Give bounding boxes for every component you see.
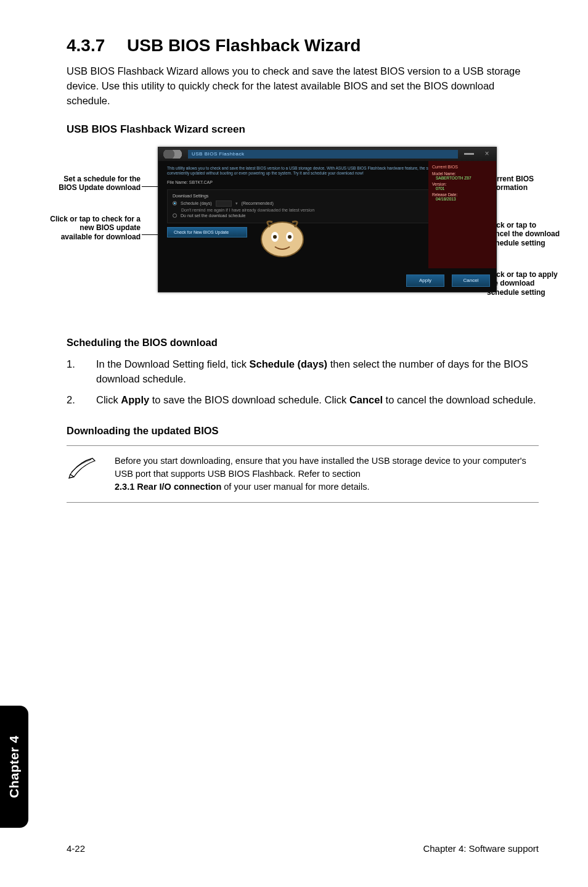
step-2: 2. Click Apply to save the BIOS download… (67, 393, 539, 408)
asus-logo-icon (163, 150, 182, 159)
svg-point-4 (288, 235, 292, 239)
svg-point-0 (261, 222, 303, 257)
step-text: to save the BIOS download schedule. Clic… (149, 394, 349, 405)
file-name-value: SBTKT.CAP (189, 180, 213, 184)
current-bios-heading: Current BIOS (432, 165, 492, 169)
chevron-down-icon[interactable]: ▾ (235, 201, 238, 206)
step-bold: Cancel (349, 394, 383, 405)
cancel-button[interactable]: Cancel (452, 274, 490, 287)
flashback-window: USB BIOS Flashback × This utility allows… (158, 147, 497, 292)
version-label: Version: (432, 182, 492, 186)
version-value: 0701 (436, 186, 492, 191)
model-value: SABERTOOTH Z87 (436, 176, 492, 180)
schedule-label: Schedule (days) (181, 201, 212, 205)
minimize-icon[interactable] (464, 153, 474, 155)
window-title: USB BIOS Flashback (188, 150, 458, 159)
file-name-label: File Name: (167, 180, 188, 184)
note-box: Before you start downloading, ensure tha… (67, 445, 539, 503)
scheduling-heading: Scheduling the BIOS download (67, 337, 539, 349)
chapter-tab: Chapter 4 (0, 706, 28, 828)
step-text: In the Download Setting field, tick (96, 358, 250, 369)
page-footer: 4-22 Chapter 4: Software support (67, 843, 539, 854)
note-bold: 2.3.1 Rear I/O connection (115, 482, 221, 492)
model-label: Model Name: (432, 171, 492, 176)
title-bar: USB BIOS Flashback × (158, 147, 496, 161)
screenshot-figure: Set a schedule for the BIOS Update downl… (67, 147, 541, 320)
callout-schedule-download: Set a schedule for the BIOS Update downl… (48, 175, 141, 192)
note-text: of your user manual for more details. (221, 482, 369, 492)
schedule-days-select[interactable] (216, 200, 232, 207)
donot-label: Do not set the download schedule (181, 213, 245, 218)
section-title: USB BIOS Flashback Wizard (127, 36, 361, 55)
close-icon[interactable]: × (483, 150, 491, 159)
step-number: 1. (67, 357, 96, 387)
screen-heading: USB BIOS Flashback Wizard screen (67, 123, 539, 136)
date-label: Release Date: (432, 192, 492, 197)
step-1: 1. In the Download Setting field, tick S… (67, 357, 539, 387)
step-text: to cancel the download schedule. (383, 394, 536, 405)
current-bios-panel: Current BIOS Model Name: SABERTOOTH Z87 … (428, 161, 496, 268)
recommended-label: (Recommended) (242, 201, 274, 205)
callout-check-update: Click or tap to check for a new BIOS upd… (48, 215, 141, 241)
step-bold: Apply (121, 394, 149, 405)
step-bold: Schedule (days) (250, 358, 328, 369)
chapter-tab-label: Chapter 4 (7, 735, 22, 798)
date-value: 04/18/2013 (436, 197, 492, 201)
schedule-radio[interactable] (173, 201, 177, 205)
callout-current-bios: Current BIOS information (487, 175, 561, 192)
note-text: Before you start downloading, ensure tha… (115, 456, 526, 479)
mascot-face-icon (258, 215, 307, 258)
intro-paragraph: USB BIOS Flashback Wizard allows you to … (67, 64, 539, 109)
donot-radio[interactable] (173, 213, 177, 218)
check-update-button[interactable]: Check for New BIOS Update (167, 227, 247, 237)
section-heading: 4.3.7USB BIOS Flashback Wizard (67, 36, 539, 56)
callout-apply: Click or tap to apply the download sched… (487, 270, 561, 297)
svg-point-2 (273, 235, 277, 239)
note-pencil-icon (67, 455, 97, 479)
section-number: 4.3.7 (67, 36, 127, 56)
footer-title: Chapter 4: Software support (423, 843, 539, 854)
downloading-heading: Downloading the updated BIOS (67, 425, 539, 437)
callout-cancel: Click or tap to cancel the download sche… (487, 221, 561, 247)
apply-button[interactable]: Apply (406, 274, 444, 287)
step-number: 2. (67, 393, 96, 408)
page-number: 4-22 (67, 843, 85, 854)
step-text: Click (96, 394, 121, 405)
